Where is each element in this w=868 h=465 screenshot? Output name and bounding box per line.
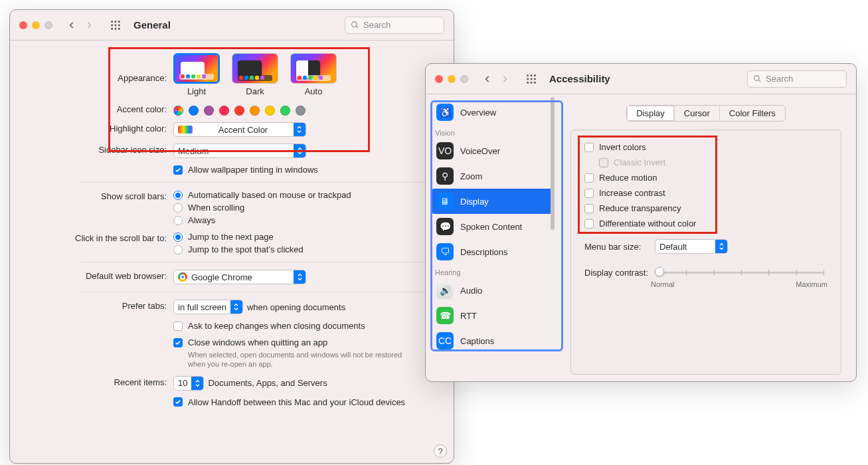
accent-swatch-8[interactable]: [296, 106, 305, 116]
svg-rect-13: [527, 78, 529, 80]
accent-swatch-1[interactable]: [189, 106, 199, 116]
highlight-color-popup[interactable]: Accent Color: [173, 122, 306, 137]
sidebar-item-rtt[interactable]: ☎RTT: [431, 303, 553, 328]
accent-swatch-5[interactable]: [250, 106, 260, 116]
sidebar-item-overview[interactable]: ♿Overview: [431, 100, 553, 125]
help-button[interactable]: ?: [434, 444, 447, 458]
show-all-icon[interactable]: [524, 72, 539, 86]
accent-swatch-2[interactable]: [204, 106, 214, 116]
svg-rect-2: [118, 21, 120, 23]
display-icon: 🖥: [436, 193, 454, 210]
contrast-min-label: Normal: [651, 280, 674, 288]
sidebar-item-spoken-content[interactable]: 💬Spoken Content: [431, 214, 553, 239]
svg-rect-6: [111, 28, 113, 30]
chrome-icon: [178, 272, 187, 282]
invert-colors-checkbox[interactable]: Invert colors: [584, 142, 827, 152]
highlight-chip-icon: [178, 126, 193, 134]
sidebar-item-audio[interactable]: 🔊Audio: [431, 278, 553, 303]
ask-keep-checkbox[interactable]: Ask to keep changes when closing documen…: [173, 321, 439, 331]
appearance-auto[interactable]: [290, 53, 337, 84]
show-all-icon[interactable]: [108, 18, 123, 33]
scrollbar[interactable]: [551, 97, 555, 230]
scrollclick-radio-0[interactable]: Jump to the next page: [173, 232, 439, 242]
appearance-light[interactable]: [173, 53, 220, 84]
display-panel: Invert colors Classic Invert Reduce moti…: [570, 130, 841, 375]
zoom-window-button[interactable]: [44, 21, 52, 29]
scrollbars-radio-1[interactable]: When scrolling: [173, 203, 439, 213]
svg-rect-5: [118, 24, 120, 26]
sidebar-item-descriptions[interactable]: 🗨Descriptions: [431, 239, 553, 264]
zoom-window-button[interactable]: [460, 75, 468, 83]
highlight-value: Accent Color: [218, 125, 272, 135]
zoom-icon: ⚲: [436, 167, 454, 185]
sidebar-item-label: VoiceOver: [460, 146, 500, 156]
search-placeholder: Search: [766, 74, 793, 84]
wallpaper-tint-checkbox[interactable]: Allow wallpaper tinting in windows: [173, 165, 439, 175]
close-quit-hint: When selected, open documents and window…: [173, 350, 412, 369]
sidebar-item-label: RTT: [460, 311, 477, 321]
back-button[interactable]: [64, 18, 79, 33]
scrollbars-radio-2[interactable]: Always: [173, 215, 439, 225]
search-field[interactable]: Search: [747, 70, 847, 88]
display-tabs: DisplayCursorColor Filters: [626, 105, 786, 122]
accent-swatch-3[interactable]: [219, 106, 229, 116]
browser-popup[interactable]: Google Chrome: [173, 270, 306, 284]
sidebar-item-zoom[interactable]: ⚲Zoom: [431, 163, 553, 189]
voiceover-icon: VO: [436, 142, 454, 159]
accessibility-sidebar[interactable]: ♿OverviewVisionVOVoiceOver⚲Zoom🖥Display💬…: [426, 94, 556, 381]
close-quit-checkbox[interactable]: Close windows when quitting an app: [173, 337, 439, 347]
sidebar-item-display[interactable]: 🖥Display: [431, 189, 553, 214]
svg-rect-15: [534, 78, 536, 80]
accent-swatch-0[interactable]: [173, 106, 183, 116]
search-field[interactable]: Search: [345, 17, 444, 34]
accent-swatches: [173, 103, 305, 116]
classic-invert-checkbox: Classic Invert: [599, 157, 827, 167]
accent-label: Accent color:: [10, 103, 173, 116]
svg-rect-12: [534, 74, 536, 76]
minimize-window-button[interactable]: [32, 21, 40, 29]
close-window-button[interactable]: [435, 75, 443, 83]
sidebar-size-popup[interactable]: Medium: [173, 143, 306, 158]
increase-contrast-checkbox[interactable]: Increase contrast: [584, 188, 827, 198]
svg-rect-8: [118, 28, 120, 30]
browser-value: Google Chrome: [191, 272, 294, 282]
tab-cursor[interactable]: Cursor: [674, 106, 719, 121]
sidebar-item-label: Zoom: [460, 171, 482, 181]
minimize-window-button[interactable]: [448, 75, 456, 83]
contrast-max-label: Maximum: [796, 280, 827, 288]
forward-button[interactable]: [497, 72, 512, 86]
accent-swatch-7[interactable]: [280, 106, 290, 116]
reduce-transparency-checkbox[interactable]: Reduce transparency: [584, 203, 827, 213]
accessibility-main: DisplayCursorColor Filters Invert colors…: [556, 94, 856, 381]
close-window-button[interactable]: [19, 21, 27, 29]
tabs-suffix: when opening documents: [247, 302, 345, 312]
recent-popup[interactable]: 10: [173, 376, 204, 391]
menubar-size-popup[interactable]: Default: [655, 239, 728, 254]
diff-without-color-checkbox[interactable]: Differentiate without color: [584, 219, 827, 229]
scrollclick-radio-1[interactable]: Jump to the spot that's clicked: [173, 244, 439, 254]
accessibility-footer: Show Accessibility status in menu bar ?: [426, 381, 856, 382]
recent-value: 10: [178, 378, 191, 388]
search-placeholder: Search: [363, 20, 391, 30]
tabs-value: in full screen: [178, 302, 230, 312]
tab-color-filters[interactable]: Color Filters: [719, 106, 785, 121]
sidebar-item-captions[interactable]: CCCaptions: [431, 328, 553, 353]
tab-display[interactable]: Display: [627, 106, 674, 121]
handoff-checkbox[interactable]: Allow Handoff between this Mac and your …: [173, 397, 439, 407]
display-contrast-slider[interactable]: [659, 266, 824, 279]
menubar-size-label: Menu bar size:: [584, 242, 650, 252]
back-button[interactable]: [480, 72, 495, 86]
rtt-icon: ☎: [436, 307, 454, 324]
accent-swatch-6[interactable]: [265, 106, 275, 116]
appearance-dark[interactable]: [232, 53, 278, 84]
sidebar-item-label: Spoken Content: [460, 222, 522, 232]
reduce-motion-checkbox[interactable]: Reduce motion: [584, 173, 827, 183]
tabs-popup[interactable]: in full screen: [173, 300, 243, 314]
forward-button[interactable]: [82, 18, 96, 33]
sidebar-size-label: Sidebar icon size:: [10, 143, 173, 158]
sidebar-item-voiceover[interactable]: VOVoiceOver: [431, 138, 553, 163]
accent-swatch-4[interactable]: [234, 106, 244, 116]
titlebar: Accessibility Search: [426, 64, 856, 94]
scrollbars-radio-0[interactable]: Automatically based on mouse or trackpad: [173, 190, 439, 200]
sidebar-item-label: Audio: [460, 286, 482, 296]
